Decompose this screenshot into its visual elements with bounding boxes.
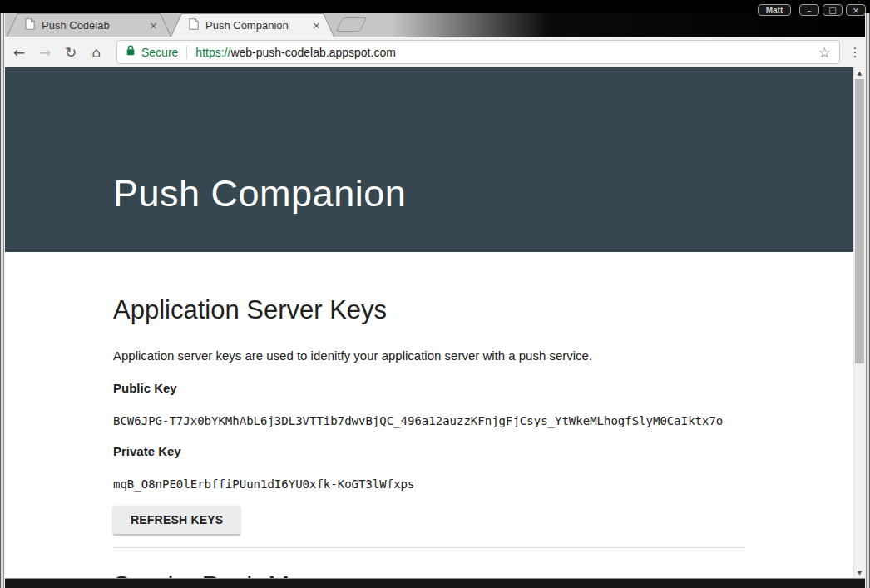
private-key-value: mqB_O8nPE0lErbffiPUun1dI6YU0xfk-KoGT3lWf…	[113, 477, 745, 491]
browser-menu-icon[interactable]: ⋮	[847, 45, 863, 60]
browser-window: Matt – □ × Push Codelab × Push C	[0, 0, 870, 588]
tab-close-icon[interactable]: ×	[149, 20, 158, 31]
user-badge[interactable]: Matt	[758, 4, 791, 16]
page-viewport: Push Companion Application Server Keys A…	[5, 67, 853, 579]
secure-lock-icon	[126, 44, 136, 60]
minimize-button[interactable]: –	[799, 4, 819, 16]
page-hero: Push Companion	[5, 67, 853, 252]
tab-push-companion[interactable]: Push Companion ×	[171, 13, 334, 37]
tab-label: Push Companion	[205, 19, 289, 32]
tab-push-codelab[interactable]: Push Codelab ×	[7, 13, 171, 37]
tab-close-icon[interactable]: ×	[312, 20, 321, 31]
reload-icon[interactable]: ↻	[62, 44, 80, 61]
back-icon[interactable]: ←	[10, 44, 28, 61]
home-icon[interactable]: ⌂	[87, 44, 106, 61]
page-content: Application Server Keys Application serv…	[5, 295, 853, 579]
maximize-button[interactable]: □	[823, 4, 843, 16]
address-bar[interactable]: Secure https://web-push-codelab.appspot.…	[116, 40, 840, 64]
server-keys-heading: Application Server Keys	[113, 295, 745, 325]
url-host: web-push-codelab.appspot.com	[230, 46, 395, 59]
url-scheme: https://	[195, 46, 230, 59]
window-frame-right	[865, 13, 870, 588]
page-document-icon	[25, 18, 35, 32]
window-controls: Matt – □ ×	[758, 4, 866, 16]
section-divider	[113, 547, 745, 548]
scrollbar-thumb[interactable]	[855, 79, 864, 363]
public-key-value: BCW6JPG-T7Jx0bYKMhAbL6j3DL3VTTib7dwvBjQC…	[113, 414, 745, 427]
server-keys-description: Application server keys are used to iden…	[113, 348, 745, 363]
window-frame-bottom	[0, 578, 870, 588]
url-text[interactable]: https://web-push-codelab.appspot.com	[195, 46, 396, 59]
browser-toolbar: ← → ↻ ⌂ Secure https://web-push-codelab.…	[0, 37, 870, 67]
page-document-icon	[189, 18, 199, 32]
omnibox-divider	[186, 46, 187, 59]
refresh-keys-button[interactable]: REFRESH KEYS	[113, 506, 240, 534]
window-frame-left	[0, 13, 5, 588]
page-scrollbar[interactable]: ▲ ▼	[853, 67, 865, 579]
close-button[interactable]: ×	[846, 4, 866, 16]
window-titlebar	[0, 0, 870, 13]
secure-label[interactable]: Secure	[141, 46, 178, 59]
page-title: Push Companion	[113, 67, 745, 215]
tab-strip: Push Codelab × Push Companion ×	[0, 12, 870, 37]
new-tab-button[interactable]	[336, 17, 368, 32]
forward-icon: →	[36, 44, 54, 61]
scroll-down-icon[interactable]: ▼	[854, 567, 865, 579]
bookmark-star-icon[interactable]: ☆	[818, 44, 831, 61]
public-key-label: Public Key	[113, 381, 745, 395]
scroll-up-icon[interactable]: ▲	[854, 67, 865, 79]
private-key-label: Private Key	[113, 444, 745, 458]
tab-label: Push Codelab	[42, 19, 110, 32]
